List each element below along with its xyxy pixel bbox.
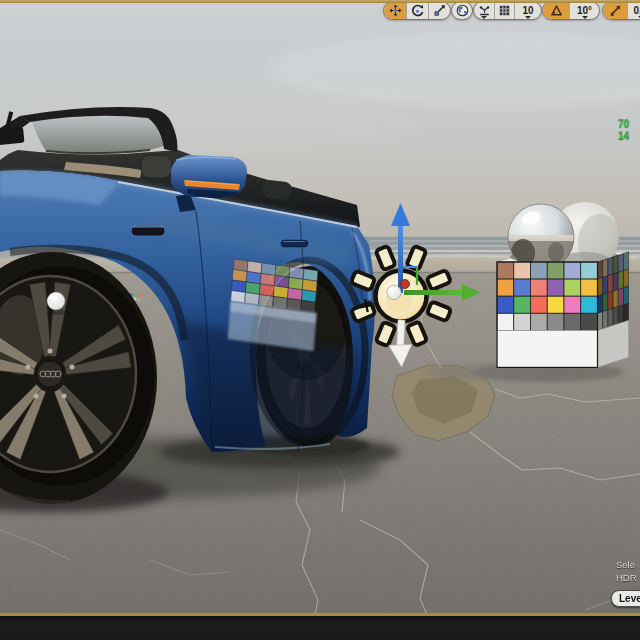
rotate-icon [411, 4, 424, 17]
coordinate-space-group [451, 1, 473, 20]
editor-bottom-bar [0, 616, 640, 640]
grid-snap-group: 10 [473, 1, 542, 20]
checker-side-face [598, 252, 629, 367]
calibration-props[interactable] [497, 202, 629, 367]
selection-label: Sele [616, 558, 637, 571]
surface-snap-button[interactable] [474, 2, 494, 19]
white-sphere-prop[interactable] [47, 292, 65, 310]
grid-snap-button[interactable] [494, 2, 514, 19]
dropdown-caret [481, 16, 487, 19]
frame-ms-value: 14 [618, 130, 629, 142]
globe-icon [456, 4, 469, 17]
scale-snap-group: 0.2 [602, 1, 640, 20]
world-space-button[interactable] [452, 2, 472, 19]
scale-snap-icon [609, 4, 622, 17]
selected-actor-name: HDR [616, 571, 637, 584]
fps-value: 70 [618, 118, 629, 130]
scale-snap-value[interactable]: 0.2 [627, 2, 640, 19]
rotation-snap-button[interactable] [543, 2, 569, 19]
scale-tool-button[interactable] [428, 2, 450, 19]
gizmo-center-ball[interactable] [387, 285, 401, 299]
scale-snap-button[interactable] [603, 2, 627, 19]
transform-tools-group [383, 1, 451, 20]
grid-snap-value-label: 10 [522, 5, 533, 16]
windshield-glass [32, 115, 164, 153]
gizmo-x-axis-handle[interactable] [401, 280, 410, 289]
checker-front-face [497, 262, 598, 367]
grid-snap-value[interactable]: 10 [514, 2, 541, 19]
rotation-snap-group: 10° [542, 1, 600, 20]
rotation-snap-value-label: 10° [577, 5, 592, 16]
headrest [141, 155, 172, 178]
selection-info-overlay: Sele HDR [616, 558, 637, 584]
fender-vent [132, 227, 164, 235]
color-checker-box[interactable] [497, 252, 629, 367]
checker-reflection [228, 259, 320, 351]
move-tool-button[interactable] [384, 2, 406, 19]
rotation-snap-value[interactable]: 10° [569, 2, 599, 19]
rotation-snap-icon [550, 4, 563, 17]
scale-icon [433, 4, 446, 17]
dropdown-caret [582, 16, 588, 19]
checker-white-base [497, 330, 598, 367]
scale-snap-value-label: 0.2 [634, 5, 640, 16]
fps-stats-overlay: 70 14 [618, 118, 629, 142]
unreal-editor-viewport[interactable]: 10 10° 0.2 70 14 Sele HDR Leve [0, 0, 640, 640]
rotate-tool-button[interactable] [406, 2, 428, 19]
move-icon [389, 4, 402, 17]
dropdown-caret [525, 16, 531, 19]
level-button[interactable]: Leve [611, 590, 640, 607]
viewport-top-border [0, 0, 640, 3]
viewport-3d-scene[interactable] [0, 0, 640, 640]
grid-snap-icon [498, 4, 511, 17]
